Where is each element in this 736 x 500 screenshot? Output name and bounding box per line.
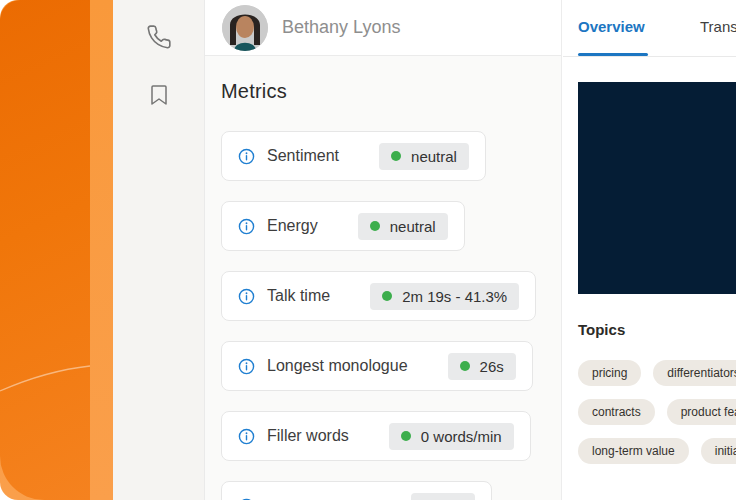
metric-label: Energy [267,217,318,235]
topic-chip-row: long-term value initial investment [578,438,736,464]
info-icon[interactable] [238,358,255,375]
metrics-section: Metrics Sentiment neutral Energy [205,56,561,500]
metric-label: Talk time [267,287,330,305]
tab-bar: Overview Transcript [563,0,736,57]
tab-transcript[interactable]: Transcript [700,18,736,35]
metric-label: Filler words [267,427,349,445]
bookmarks-nav-button[interactable] [139,75,179,115]
topic-chip[interactable]: initial investment [701,438,736,464]
metric-label: Sentiment [267,147,339,165]
topic-chip[interactable]: contracts [578,399,655,425]
topic-chip[interactable]: differentiators [653,360,736,386]
metric-card [221,481,492,500]
icon-rail [113,0,205,500]
metric-value-badge: 26s [448,353,516,380]
brand-sidebar [0,0,113,500]
metric-card: Filler words 0 words/min [221,411,531,461]
metric-value-badge: neutral [379,143,469,170]
status-dot [401,431,411,441]
video-placeholder[interactable] [578,82,736,294]
metric-value: 0 words/min [421,428,502,445]
topic-chip-row: contracts product features [578,399,736,425]
status-dot [370,221,380,231]
metric-value: neutral [411,148,457,165]
status-dot [391,151,401,161]
topic-chip[interactable]: pricing [578,360,641,386]
info-icon[interactable] [238,148,255,165]
topics-title: Topics [578,321,736,338]
status-dot [382,291,392,301]
topics-chip-list: pricing differentiators contracts produc… [578,360,736,464]
metrics-title: Metrics [221,80,561,103]
metric-card: Longest monologue 26s [221,341,533,391]
info-icon[interactable] [238,428,255,445]
tab-overview[interactable]: Overview [578,18,645,35]
metric-card: Energy neutral [221,201,465,251]
metric-card: Talk time 2m 19s - 41.3% [221,271,536,321]
status-dot [460,361,470,371]
info-icon[interactable] [238,218,255,235]
contact-name: Bethany Lyons [282,17,400,38]
topic-chip[interactable]: long-term value [578,438,689,464]
decorative-arc [0,0,113,500]
metric-value-badge: neutral [358,213,448,240]
metric-value: 26s [480,358,504,375]
calls-nav-button[interactable] [139,17,179,57]
info-icon[interactable] [238,288,255,305]
overview-panel: Overview Transcript Topics pricing diffe… [563,0,736,500]
metric-value: 2m 19s - 41.3% [402,288,507,305]
metric-value-badge: 2m 19s - 41.3% [370,283,519,310]
metrics-list: Sentiment neutral Energy neutral [221,131,561,500]
metric-value-badge: 0 words/min [389,423,514,450]
topic-chip-row: pricing differentiators [578,360,736,386]
metric-card: Sentiment neutral [221,131,486,181]
phone-icon [146,24,172,50]
active-tab-underline [578,53,648,56]
metric-label: Longest monologue [267,357,408,375]
metric-value: neutral [390,218,436,235]
topic-chip[interactable]: product features [667,399,736,425]
contact-header: Bethany Lyons [205,0,561,56]
bookmark-icon [147,82,171,108]
metrics-panel: Bethany Lyons Metrics Sentiment neutral [205,0,562,500]
app-window: Bethany Lyons Metrics Sentiment neutral [0,0,736,500]
metric-value-badge [411,493,475,500]
topics-section: Topics pricing differentiators contracts… [563,294,736,464]
avatar [222,5,268,51]
